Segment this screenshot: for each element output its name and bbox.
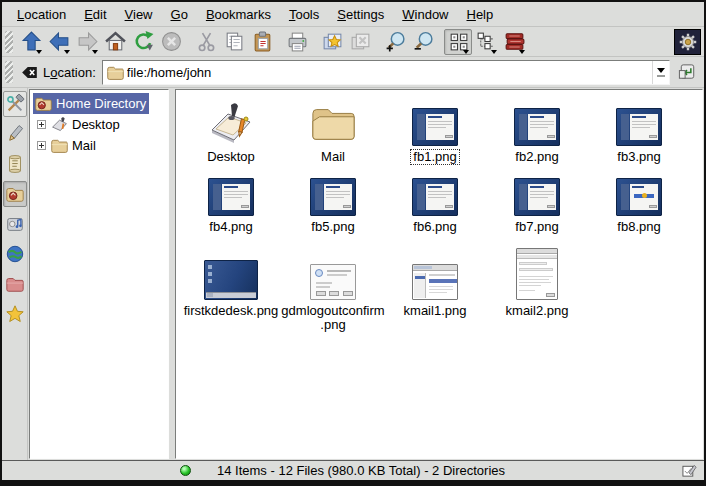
sidebar-tab-root-folder[interactable] xyxy=(3,271,27,297)
stacked-frames-close-icon xyxy=(349,30,372,53)
toolbar-buttons xyxy=(17,29,528,55)
tree-item-label: Mail xyxy=(72,138,96,153)
copy-button[interactable] xyxy=(220,29,248,55)
file-label[interactable]: fb4.png xyxy=(206,219,255,235)
dropdown-caret-icon xyxy=(463,50,469,54)
menu-view[interactable]: View xyxy=(116,4,162,25)
scroll-icon xyxy=(5,154,25,174)
location-combobox xyxy=(102,60,670,85)
tree-expander-icon[interactable] xyxy=(37,120,46,129)
clear-location-button[interactable] xyxy=(17,60,41,84)
home-button[interactable] xyxy=(101,29,129,55)
file-item-firstkdedesk-png[interactable]: firstkdedesk.png xyxy=(180,242,282,333)
up-button[interactable] xyxy=(17,29,45,55)
file-label[interactable]: kmail2.png xyxy=(503,303,572,319)
location-input[interactable] xyxy=(125,62,652,82)
dropdown-caret-icon xyxy=(519,50,525,54)
file-label[interactable]: fb8.png xyxy=(614,219,663,235)
menu-settings[interactable]: Settings xyxy=(328,4,393,25)
menu-go[interactable]: Go xyxy=(162,4,197,25)
file-grid: DesktopMailfb1.pngfb2.pngfb3.pngfb4.pngf… xyxy=(176,90,702,340)
copy-pages-icon xyxy=(223,30,246,53)
file-item-kmail1-png[interactable]: kmail1.png xyxy=(384,242,486,333)
view-indicator-icon xyxy=(682,463,697,478)
image-thumbnail xyxy=(616,178,662,216)
new-window-button[interactable] xyxy=(318,29,346,55)
back-button[interactable] xyxy=(45,29,73,55)
tree-item-mail[interactable]: Mail xyxy=(30,135,168,156)
tree-item-home-directory[interactable]: Home Directory xyxy=(30,93,168,114)
status-bar: 14 Items - 12 Files (980.0 KB Total) - 2… xyxy=(2,460,704,480)
bookmarks-books-button[interactable] xyxy=(500,29,528,55)
tree-item-label: Home Directory xyxy=(56,96,146,111)
zoom-in-button[interactable] xyxy=(381,29,409,55)
file-label[interactable]: fb7.png xyxy=(512,219,561,235)
print-icon xyxy=(286,30,309,53)
menu-location[interactable]: Location xyxy=(8,4,75,25)
paste-clipboard-icon xyxy=(251,30,274,53)
menu-tools[interactable]: Tools xyxy=(280,4,328,25)
sidebar-tab-bookmarks[interactable] xyxy=(3,301,27,327)
file-item-kmail2-png[interactable]: kmail2.png xyxy=(486,242,588,333)
sidebar-tab-history[interactable] xyxy=(3,151,27,177)
file-label[interactable]: firstkdedesk.png xyxy=(181,303,282,319)
sidebar-tab-home-directory[interactable] xyxy=(3,181,27,207)
sidebar-tab-configure[interactable] xyxy=(3,91,27,117)
sidebar-tab-services[interactable] xyxy=(3,211,27,237)
file-item-fb1-png[interactable]: fb1.png xyxy=(384,96,486,165)
file-label[interactable]: fb5.png xyxy=(308,219,357,235)
file-label[interactable]: fb1.png xyxy=(410,149,459,165)
print-button[interactable] xyxy=(283,29,311,55)
icon-view-button[interactable] xyxy=(444,29,472,55)
tree-item-desktop[interactable]: Desktop xyxy=(30,114,168,135)
file-item-fb3-png[interactable]: fb3.png xyxy=(588,96,690,165)
file-label[interactable]: fb3.png xyxy=(614,149,663,165)
file-item-Desktop[interactable]: Desktop xyxy=(180,96,282,165)
image-thumbnail xyxy=(204,260,258,300)
hammer-wrench-icon xyxy=(5,94,25,114)
file-item-gdmlogoutconfirm-png[interactable]: gdmlogoutconfirm.png xyxy=(282,242,384,333)
menu-help[interactable]: Help xyxy=(458,4,503,25)
toolbar-drag-handle[interactable] xyxy=(5,31,13,53)
file-label[interactable]: Mail xyxy=(318,149,348,165)
go-enter-icon xyxy=(677,62,698,83)
sidebar-tab-pencil[interactable] xyxy=(3,121,27,147)
status-led-icon xyxy=(180,465,191,476)
active-view-indicator[interactable] xyxy=(682,463,697,478)
menu-edit[interactable]: Edit xyxy=(75,4,115,25)
file-label[interactable]: gdmlogoutconfirm.png xyxy=(278,303,387,333)
file-label[interactable]: kmail1.png xyxy=(401,303,470,319)
konqueror-window: LocationEditViewGoBookmarksToolsSettings… xyxy=(0,0,706,486)
tree-view-button[interactable] xyxy=(472,29,500,55)
locationbar-drag-handle[interactable] xyxy=(5,61,13,83)
folder-small-icon xyxy=(106,63,125,82)
folder-home-icon xyxy=(5,184,25,204)
file-item-fb7-png[interactable]: fb7.png xyxy=(486,172,588,235)
zoom-out-button[interactable] xyxy=(409,29,437,55)
file-label[interactable]: fb2.png xyxy=(512,149,561,165)
file-item-fb5-png[interactable]: fb5.png xyxy=(282,172,384,235)
folder-large-icon xyxy=(310,100,356,146)
location-dropdown-button[interactable] xyxy=(652,61,669,84)
go-button[interactable] xyxy=(674,59,700,85)
file-item-fb2-png[interactable]: fb2.png xyxy=(486,96,588,165)
tree-item-label: Desktop xyxy=(72,117,120,132)
menu-bookmarks[interactable]: Bookmarks xyxy=(197,4,280,25)
close-window-button xyxy=(346,29,374,55)
menu-bar: LocationEditViewGoBookmarksToolsSettings… xyxy=(2,2,704,27)
paste-button[interactable] xyxy=(248,29,276,55)
file-item-fb6-png[interactable]: fb6.png xyxy=(384,172,486,235)
reload-button[interactable] xyxy=(129,29,157,55)
file-label[interactable]: fb6.png xyxy=(410,219,459,235)
file-item-Mail[interactable]: Mail xyxy=(282,96,384,165)
sidebar-tab-network[interactable] xyxy=(3,241,27,267)
cut-button[interactable] xyxy=(192,29,220,55)
file-label[interactable]: Desktop xyxy=(204,149,258,165)
file-item-fb8-png[interactable]: fb8.png xyxy=(588,172,690,235)
tree-expander-icon[interactable] xyxy=(37,141,46,150)
file-item-fb4-png[interactable]: fb4.png xyxy=(180,172,282,235)
folder-home-icon xyxy=(34,94,53,113)
image-thumbnail xyxy=(412,178,458,216)
chevron-down-icon xyxy=(657,68,665,73)
menu-window[interactable]: Window xyxy=(393,4,457,25)
